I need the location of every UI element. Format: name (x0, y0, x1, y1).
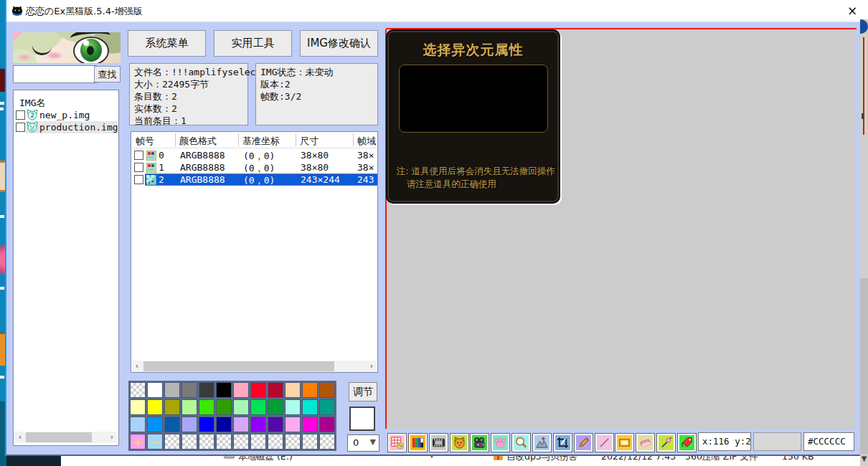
column-header[interactable]: 帧域 (357, 135, 376, 148)
palette-grid-icon[interactable] (387, 433, 407, 452)
adjust-button[interactable]: 调节 (349, 382, 377, 401)
scroll-right-icon[interactable]: › (107, 432, 117, 443)
column-header[interactable]: 帧号 (136, 135, 154, 148)
palette-color[interactable] (285, 382, 301, 398)
frame-row[interactable]: 2 ARGB8888 (0，0) 243×244 243 (131, 173, 377, 186)
scrollbar-thumb[interactable] (143, 361, 334, 371)
img-list-hscrollbar[interactable]: ‹ › (15, 432, 117, 443)
pencil-icon[interactable] (574, 433, 593, 452)
behind-scrollbar-thumb[interactable] (860, 278, 868, 454)
search-input[interactable] (13, 65, 97, 83)
img-list-item[interactable]: production.img (14, 121, 118, 133)
palette-color[interactable] (216, 382, 232, 398)
utility-tools-button[interactable]: 实用工具 (214, 30, 292, 57)
palette-color[interactable] (199, 399, 214, 415)
camera-icon[interactable] (470, 433, 489, 452)
palette-transparent-cell[interactable] (164, 434, 180, 450)
palette-color[interactable] (233, 399, 249, 415)
paw-icon[interactable] (491, 433, 510, 452)
palette-color[interactable] (285, 399, 301, 415)
img-confirm-button[interactable]: IMG修改确认 (300, 30, 378, 57)
column-header[interactable]: 基准坐标 (242, 135, 280, 148)
add-color-button[interactable]: ＋ (130, 434, 146, 450)
palette-color[interactable] (199, 417, 214, 432)
checkbox[interactable] (16, 123, 25, 132)
current-color-swatch[interactable] (349, 406, 375, 431)
palette-color[interactable] (250, 399, 266, 415)
palette-transparent-cell[interactable] (199, 434, 214, 450)
palette-transparent-cell[interactable] (233, 434, 249, 450)
column-header[interactable]: 尺寸 (300, 135, 319, 148)
film-frame-icon[interactable] (429, 433, 448, 452)
column-divider[interactable] (238, 133, 239, 146)
palette-color[interactable] (268, 399, 283, 415)
line-icon[interactable] (595, 433, 614, 452)
zoom-tool-icon[interactable] (511, 433, 531, 452)
close-button[interactable]: × (844, 2, 860, 19)
scrollbar-thumb[interactable] (26, 432, 92, 442)
palette-color[interactable] (216, 399, 232, 415)
crop-icon[interactable] (553, 433, 572, 452)
checkbox[interactable] (134, 163, 143, 172)
rectangle-icon[interactable] (615, 433, 634, 452)
palette-color[interactable] (181, 399, 197, 415)
remove-color-button[interactable]: － (147, 434, 163, 450)
warp-icon[interactable] (532, 433, 552, 452)
frame-select-dropdown[interactable]: 0 ▼ (347, 434, 379, 452)
palette-color[interactable] (130, 417, 146, 432)
palette-color[interactable] (130, 399, 146, 415)
palette-transparent-cell[interactable] (302, 434, 318, 450)
palette-color[interactable] (319, 382, 335, 398)
palette-color[interactable] (233, 417, 249, 432)
palette-color[interactable] (268, 417, 283, 432)
palette-color[interactable] (147, 382, 163, 398)
palette-color[interactable] (250, 417, 266, 432)
palette-color[interactable] (216, 417, 232, 432)
palette-color[interactable] (302, 399, 318, 415)
palette-color[interactable] (319, 399, 335, 415)
system-menu-button[interactable]: 系统菜单 (128, 30, 206, 57)
palette-transparent-cell[interactable] (268, 434, 283, 450)
palette-color[interactable] (268, 382, 283, 398)
frame-row[interactable]: 1 ARGB8888 (0，0) 38×80 38× (131, 161, 377, 173)
palette-transparent-cell[interactable] (216, 434, 232, 450)
palette-color[interactable] (181, 417, 197, 432)
checkbox[interactable] (134, 175, 143, 184)
img-list-item[interactable]: 2 new_p.img (14, 109, 118, 121)
checkbox[interactable] (16, 110, 25, 120)
scroll-right-icon[interactable]: › (367, 361, 377, 372)
palette-color[interactable] (250, 382, 266, 398)
palette-color[interactable] (147, 399, 163, 415)
scroll-down-icon[interactable]: ▼ (860, 453, 868, 465)
palette-transparent-cell[interactable] (285, 434, 301, 450)
scroll-left-icon[interactable]: ‹ (132, 361, 142, 372)
frame-table-hscrollbar[interactable]: ‹ › (132, 361, 377, 372)
palette-color[interactable] (319, 417, 335, 432)
palette-color[interactable] (285, 417, 301, 432)
palette-color[interactable] (164, 382, 180, 398)
palette-color[interactable] (199, 382, 214, 398)
dropper-icon[interactable] (656, 433, 676, 452)
palette-transparent-cell[interactable] (250, 434, 266, 450)
column-divider[interactable] (175, 133, 176, 146)
column-divider[interactable] (296, 133, 296, 146)
palette-transparent-cell[interactable] (319, 434, 335, 450)
palette-color[interactable] (164, 399, 180, 415)
eraser-icon[interactable] (636, 433, 655, 452)
palette-transparent-cell[interactable] (181, 434, 197, 450)
palette-transparent-cell[interactable] (130, 382, 146, 398)
palette-color[interactable] (233, 382, 249, 398)
palette-color[interactable] (164, 417, 180, 432)
column-divider[interactable] (353, 133, 354, 146)
tag-icon[interactable] (677, 433, 697, 452)
color-bars-icon[interactable] (408, 433, 428, 452)
checkbox[interactable] (134, 151, 143, 160)
palette-color[interactable] (147, 417, 163, 432)
find-button[interactable]: 查找 (94, 66, 121, 82)
palette-color[interactable] (181, 382, 197, 398)
cat-tool-icon[interactable] (450, 433, 469, 452)
palette-color[interactable] (302, 417, 318, 432)
column-header[interactable]: 颜色格式 (179, 135, 217, 148)
img-frame-preview[interactable]: 选择异次元属性 注: 道具使用后将会消失且无法撤回操作 请注意道具的正确使用 (386, 29, 560, 204)
palette-color[interactable] (302, 382, 318, 398)
